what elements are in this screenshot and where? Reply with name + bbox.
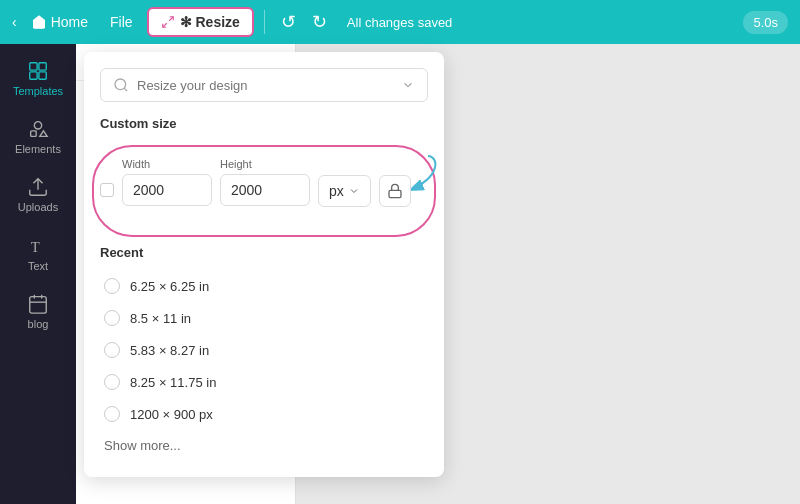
lock-button[interactable] <box>379 175 411 207</box>
svg-point-17 <box>115 79 126 90</box>
sidebar-text-label: Text <box>28 260 48 273</box>
sidebar-item-uploads[interactable]: Uploads <box>0 168 76 222</box>
recent-item-1[interactable]: 6.25 × 6.25 in <box>100 270 428 302</box>
recent-text-3: 5.83 × 8.27 in <box>130 343 209 358</box>
dimension-checkbox[interactable] <box>100 183 114 197</box>
width-input[interactable] <box>122 174 212 206</box>
content-area: Laurel & A newtake onvegan Ebb and Fl...… <box>76 44 800 504</box>
resize-button[interactable]: ✻ Resize <box>147 7 254 37</box>
lock-icon <box>387 183 403 199</box>
main-area: Templates Elements Uploads T Text blog <box>0 44 800 504</box>
svg-line-18 <box>124 88 127 91</box>
undo-button[interactable]: ↺ <box>275 9 302 35</box>
sidebar: Templates Elements Uploads T Text blog <box>0 44 76 504</box>
recent-radio-2[interactable] <box>104 310 120 326</box>
recent-text-2: 8.5 × 11 in <box>130 311 191 326</box>
recent-label: Recent <box>100 245 428 260</box>
svg-rect-19 <box>389 190 401 197</box>
sidebar-item-elements[interactable]: Elements <box>0 110 76 164</box>
custom-size-label: Custom size <box>100 116 428 131</box>
timer-badge: 5.0s <box>743 11 788 34</box>
unit-dropdown-icon <box>348 185 360 197</box>
recent-radio-1[interactable] <box>104 278 120 294</box>
topbar-right: 5.0s <box>743 13 788 31</box>
height-group: Height <box>220 158 310 206</box>
dimension-row: Width Height px <box>100 157 428 207</box>
redo-button[interactable]: ↻ <box>306 9 333 35</box>
topbar: ‹ Home File ✻ Resize ↺ ↻ All changes sav… <box>0 0 800 44</box>
svg-text:T: T <box>31 238 40 254</box>
sidebar-item-text[interactable]: T Text <box>0 227 76 281</box>
svg-marker-8 <box>40 131 47 137</box>
sidebar-elements-label: Elements <box>15 143 61 156</box>
sidebar-item-templates[interactable]: Templates <box>0 52 76 106</box>
width-label: Width <box>122 158 212 170</box>
unit-select[interactable]: px <box>318 175 371 207</box>
recent-text-1: 6.25 × 6.25 in <box>130 279 209 294</box>
sidebar-uploads-label: Uploads <box>18 201 58 214</box>
svg-rect-4 <box>30 72 37 79</box>
svg-rect-11 <box>30 296 47 313</box>
sidebar-templates-label: Templates <box>13 85 63 98</box>
sidebar-blog-label: blog <box>28 318 49 331</box>
resize-search-icon <box>113 77 129 93</box>
resize-search-bar <box>100 68 428 102</box>
home-button[interactable]: Home <box>23 10 96 34</box>
svg-rect-7 <box>31 131 37 137</box>
resize-dropdown: Custom size Width Height px <box>84 52 444 477</box>
divider <box>264 10 265 34</box>
show-more-button[interactable]: Show more... <box>100 430 428 461</box>
chevron-left-icon: ‹ <box>12 14 17 30</box>
recent-item-3[interactable]: 5.83 × 8.27 in <box>100 334 428 366</box>
sidebar-item-blog[interactable]: blog <box>0 285 76 339</box>
undo-redo-group: ↺ ↻ <box>275 9 333 35</box>
resize-search-input[interactable] <box>137 78 393 93</box>
recent-radio-5[interactable] <box>104 406 120 422</box>
recent-item-5[interactable]: 1200 × 900 px <box>100 398 428 430</box>
recent-item-2[interactable]: 8.5 × 11 in <box>100 302 428 334</box>
svg-line-0 <box>169 17 173 21</box>
unit-value: px <box>329 183 344 199</box>
svg-point-6 <box>34 122 41 129</box>
svg-rect-5 <box>39 72 46 79</box>
recent-text-5: 1200 × 900 px <box>130 407 213 422</box>
recent-radio-3[interactable] <box>104 342 120 358</box>
recent-item-4[interactable]: 8.25 × 11.75 in <box>100 366 428 398</box>
svg-rect-2 <box>30 63 37 70</box>
topbar-left: ‹ Home File ✻ Resize ↺ ↻ All changes sav… <box>12 7 452 37</box>
recent-radio-4[interactable] <box>104 374 120 390</box>
height-input[interactable] <box>220 174 310 206</box>
svg-rect-3 <box>39 63 46 70</box>
height-label: Height <box>220 158 310 170</box>
width-group: Width <box>122 158 212 206</box>
saved-status: All changes saved <box>347 15 453 30</box>
file-button[interactable]: File <box>102 10 141 34</box>
svg-line-1 <box>162 23 166 27</box>
dropdown-arrow-icon <box>401 78 415 92</box>
recent-text-4: 8.25 × 11.75 in <box>130 375 216 390</box>
